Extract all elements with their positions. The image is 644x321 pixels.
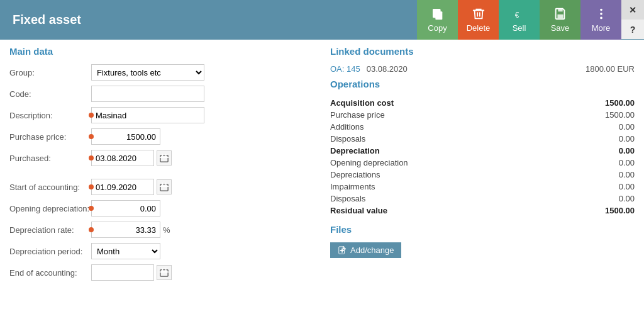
- delete-button[interactable]: path{stroke:white;stroke-width:2;fill:no…: [458, 0, 499, 40]
- ops-value-5: 0.00: [584, 158, 635, 167]
- sell-button[interactable]: € Sell: [499, 0, 540, 40]
- files-section: Files Add/change: [330, 224, 635, 258]
- operations-row-6: Depreciations 0.00: [330, 169, 635, 181]
- operations-row-8: Disposals 0.00: [330, 193, 635, 205]
- depreciation-period-wrapper: Month Quarter Year: [91, 243, 160, 259]
- svg-text:€: €: [514, 11, 519, 20]
- add-file-icon: [338, 246, 347, 255]
- end-accounting-calendar-icon[interactable]: [157, 265, 172, 280]
- purchased-date-input[interactable]: [91, 150, 154, 166]
- depreciation-rate-input[interactable]: [91, 222, 160, 238]
- operations-row-3: Disposals 0.00: [330, 133, 635, 145]
- svg-rect-5: [557, 14, 563, 18]
- group-select[interactable]: Fixtures, tools etc Machinery Vehicles B…: [91, 64, 204, 81]
- ops-label-1: Purchase price: [330, 110, 385, 120]
- save-button[interactable]: Save: [540, 0, 580, 40]
- sell-icon: €: [513, 7, 526, 21]
- start-accounting-calendar-icon[interactable]: [157, 179, 172, 194]
- linked-doc-amount: 1800.00 EUR: [586, 64, 635, 74]
- start-accounting-row: Start of accounting:: [9, 179, 318, 195]
- save-icon: [553, 7, 567, 21]
- linked-docs-title: Linked documents: [330, 46, 635, 57]
- ops-label-0: Acquisition cost: [330, 98, 394, 108]
- svg-rect-9: [160, 155, 168, 162]
- purchase-price-input[interactable]: [91, 128, 160, 145]
- operations-row-1: Purchase price 1500.00: [330, 109, 635, 121]
- ops-value-0: 1500.00: [584, 98, 635, 108]
- depreciation-rate-label: Depreciation rate:: [9, 225, 91, 235]
- calendar-svg3: [160, 268, 169, 277]
- end-accounting-date-wrapper: [91, 264, 172, 281]
- operations-row-2: Additions 0.00: [330, 121, 635, 133]
- svg-rect-4: [558, 9, 562, 12]
- ops-value-2: 0.00: [584, 122, 635, 132]
- group-row: Group: Fixtures, tools etc Machinery Veh…: [9, 64, 318, 81]
- code-label: Code:: [9, 89, 91, 99]
- ops-label-6: Depreciations: [330, 170, 380, 179]
- start-accounting-date-wrapper: [91, 179, 172, 195]
- toolbar: Copy path{stroke:white;stroke-width:2;fi…: [417, 0, 621, 40]
- depreciation-period-row: Depreciation period: Month Quarter Year: [9, 243, 318, 259]
- ops-value-3: 0.00: [584, 134, 635, 144]
- ops-value-1: 1500.00: [584, 110, 635, 120]
- content-area: Main data Group: Fixtures, tools etc Mac…: [0, 40, 644, 321]
- copy-button[interactable]: Copy: [417, 0, 458, 40]
- delete-icon: path{stroke:white;stroke-width:2;fill:no…: [472, 7, 486, 21]
- ops-label-7: Impairments: [330, 182, 375, 191]
- fixed-asset-window: Fixed asset Copy path{stroke:white;strok…: [0, 0, 644, 321]
- dep-rate-required-dot: [89, 227, 94, 232]
- operations-title: Operations: [330, 79, 635, 89]
- more-button[interactable]: More: [580, 0, 621, 40]
- opening-depreciation-input[interactable]: [91, 200, 160, 217]
- ops-label-3: Disposals: [330, 134, 365, 144]
- percent-symbol: %: [163, 225, 170, 235]
- depreciation-period-select[interactable]: Month Quarter Year: [91, 243, 160, 259]
- operations-rows: Acquisition cost 1500.00 Purchase price …: [330, 97, 635, 217]
- window-controls: ✕ ?: [621, 0, 644, 40]
- purchased-calendar-icon[interactable]: [157, 150, 172, 166]
- end-accounting-input[interactable]: [91, 264, 154, 281]
- purchase-price-row: Purchase price:: [9, 128, 318, 145]
- copy-icon: [431, 7, 445, 21]
- svg-point-7: [600, 13, 602, 15]
- start-accounting-label: Start of accounting:: [9, 183, 91, 192]
- add-change-button[interactable]: Add/change: [330, 242, 401, 258]
- help-button[interactable]: ?: [621, 20, 644, 39]
- separator1: [9, 171, 318, 179]
- group-label: Group:: [9, 68, 91, 77]
- svg-point-8: [600, 17, 602, 20]
- operations-row-4: Depreciation 0.00: [330, 145, 635, 157]
- add-change-label: Add/change: [350, 245, 394, 255]
- depreciation-rate-wrapper: %: [91, 222, 170, 238]
- right-panel: Linked documents OA: 145 03.08.2020 1800…: [330, 46, 635, 315]
- end-accounting-row: End of accounting:: [9, 264, 318, 281]
- ops-label-8: Disposals: [330, 194, 365, 203]
- ops-label-5: Opening depreciation: [330, 158, 408, 167]
- purchase-price-required-dot: [89, 134, 94, 139]
- purchase-price-label: Purchase price:: [9, 132, 91, 142]
- depreciation-period-label: Depreciation period:: [9, 247, 91, 256]
- left-panel: Main data Group: Fixtures, tools etc Mac…: [9, 46, 318, 315]
- purchased-date-wrapper: [91, 150, 172, 166]
- files-title: Files: [330, 224, 635, 235]
- linked-doc-row: OA: 145 03.08.2020 1800.00 EUR: [330, 64, 635, 74]
- purchased-row: Purchased:: [9, 150, 318, 166]
- ops-label-2: Additions: [330, 122, 364, 132]
- description-required-dot: [89, 113, 94, 118]
- opening-depreciation-row: Opening depreciation:: [9, 200, 318, 217]
- operations-row-5: Opening depreciation 0.00: [330, 157, 635, 169]
- ops-value-8: 0.00: [584, 194, 635, 203]
- description-input[interactable]: [91, 107, 204, 123]
- opening-dep-required-dot: [89, 206, 94, 211]
- operations-row-9: Residual value 1500.00: [330, 205, 635, 217]
- linked-doc-link[interactable]: OA: 145: [330, 64, 360, 74]
- close-button[interactable]: ✕: [621, 0, 644, 20]
- start-accounting-input[interactable]: [91, 179, 154, 195]
- code-row: Code:: [9, 86, 318, 102]
- code-input[interactable]: [91, 86, 204, 102]
- calendar-svg: [160, 154, 169, 162]
- start-accounting-required-dot: [89, 184, 94, 189]
- main-data-title: Main data: [9, 46, 318, 57]
- purchased-required-dot: [89, 155, 94, 160]
- linked-doc-date: 03.08.2020: [367, 64, 408, 74]
